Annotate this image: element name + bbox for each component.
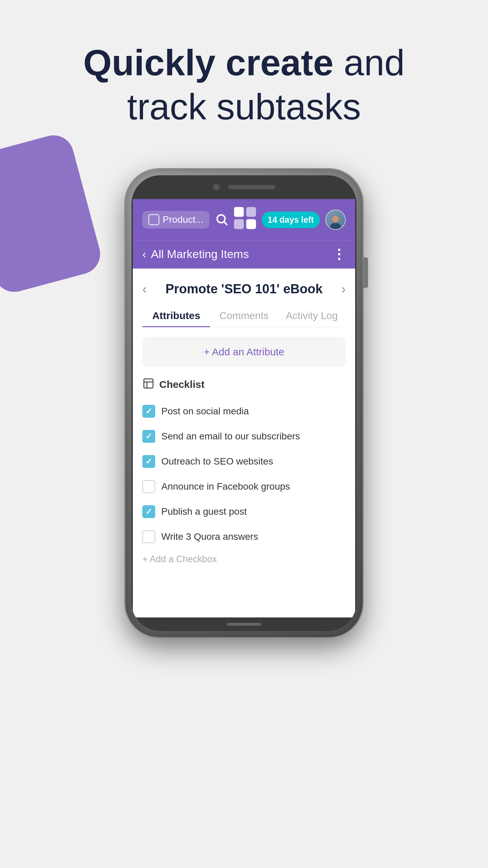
back-button[interactable]: ‹ — [142, 248, 146, 261]
screen: Product... — [133, 199, 355, 617]
phone-bottom — [131, 617, 357, 631]
home-indicator — [227, 623, 261, 626]
checklist-item: ✓ Send an email to our subscribers — [142, 424, 346, 449]
checklist-item: Write 3 Quora answers — [142, 524, 346, 549]
checkbox-6[interactable] — [142, 530, 155, 543]
tab-comments[interactable]: Comments — [210, 304, 278, 327]
more-options-button[interactable]: ⋮ — [332, 246, 346, 262]
item-label-5: Publish a guest post — [161, 506, 247, 517]
checkbox-5[interactable]: ✓ — [142, 505, 155, 518]
tab-activity-log[interactable]: Activity Log — [278, 304, 346, 327]
add-checkbox-label: + Add a Checkbox — [142, 554, 217, 564]
prev-task-button[interactable]: ‹ — [142, 281, 147, 297]
phone-camera — [212, 183, 220, 191]
checkbox-4[interactable] — [142, 480, 155, 493]
app-header: Product... — [133, 199, 355, 240]
checkbox-2[interactable]: ✓ — [142, 430, 155, 443]
checklist-item: ✓ Post on social media — [142, 399, 346, 424]
phone-screen-area: Product... — [131, 175, 357, 631]
workspace-label: Product... — [163, 214, 203, 225]
item-label-3: Outreach to SEO websites — [161, 456, 273, 467]
checklist-item: Announce in Facebook groups — [142, 474, 346, 499]
decorative-blob — [0, 131, 105, 297]
workspace-icon — [148, 214, 159, 225]
workspace-button[interactable]: Product... — [142, 211, 209, 229]
svg-line-1 — [224, 222, 227, 225]
task-title-row: ‹ Promote 'SEO 101' eBook › — [133, 269, 355, 301]
task-content: ‹ Promote 'SEO 101' eBook › Attributes C… — [133, 269, 355, 576]
phone-mockup: Product... — [125, 169, 363, 637]
header-bold: Quickly create — [83, 42, 333, 83]
item-label-6: Write 3 Quora answers — [161, 531, 258, 542]
checkbox-3[interactable]: ✓ — [142, 455, 155, 468]
page-header: Quickly create andtrack subtasks — [83, 41, 405, 129]
tabs: Attributes Comments Activity Log — [142, 304, 346, 327]
task-title: Promote 'SEO 101' eBook — [147, 281, 341, 297]
avatar — [325, 210, 346, 230]
search-button[interactable] — [215, 213, 228, 227]
svg-rect-2 — [234, 207, 244, 217]
svg-rect-3 — [246, 207, 256, 217]
item-label-1: Post on social media — [161, 406, 249, 417]
app-header-left: Product... — [142, 211, 228, 229]
add-attribute-button[interactable]: + Add an Attribute — [142, 337, 346, 367]
add-checkbox-button[interactable]: + Add a Checkbox — [142, 549, 217, 569]
checkbox-1[interactable]: ✓ — [142, 405, 155, 418]
svg-point-0 — [217, 215, 225, 222]
checklist-item: ✓ Outreach to SEO websites — [142, 449, 346, 474]
checklist-title: Checklist — [159, 379, 204, 390]
add-attribute-label: + Add an Attribute — [204, 346, 284, 358]
phone-top-bar — [131, 175, 357, 199]
svg-rect-4 — [234, 219, 244, 229]
tab-attributes[interactable]: Attributes — [142, 304, 210, 327]
svg-rect-5 — [246, 219, 256, 229]
item-label-2: Send an email to our subscribers — [161, 431, 300, 442]
trial-badge: 14 days left — [262, 212, 320, 228]
phone-speaker — [228, 185, 276, 189]
sub-header-left: ‹ All Marketing Items — [142, 248, 249, 261]
svg-rect-6 — [144, 379, 153, 388]
item-label-4: Announce in Facebook groups — [161, 481, 290, 492]
app-logo — [233, 206, 257, 234]
sub-header-title: All Marketing Items — [151, 248, 249, 261]
checklist-header: Checklist — [142, 377, 346, 392]
checklist-icon — [142, 377, 155, 392]
phone-frame: Product... — [125, 169, 363, 637]
sub-header: ‹ All Marketing Items ⋮ — [133, 240, 355, 269]
checklist-item: ✓ Publish a guest post — [142, 499, 346, 524]
next-task-button[interactable]: › — [341, 281, 346, 297]
checklist-section: Checklist ✓ Post on social media ✓ Send … — [133, 371, 355, 576]
